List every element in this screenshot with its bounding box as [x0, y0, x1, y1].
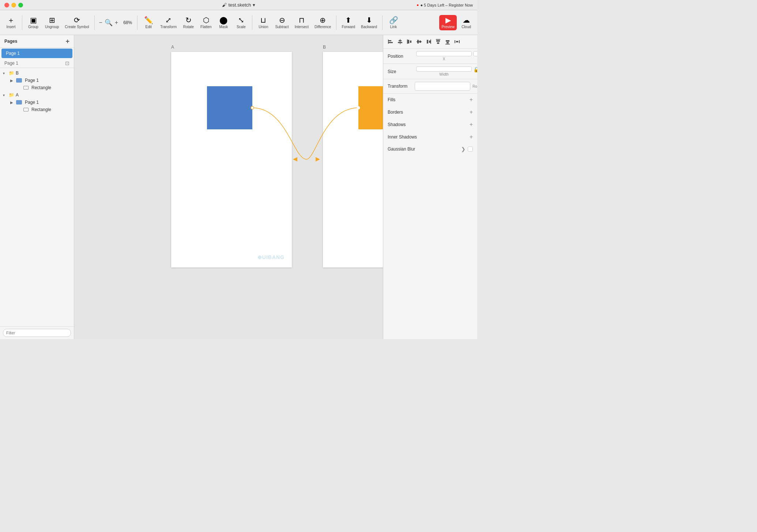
y-input-group: Y [473, 51, 477, 61]
insert-button[interactable]: ＋ Insert [3, 15, 19, 30]
union-button[interactable]: ⊔ Union [255, 15, 271, 30]
gaussian-blur-checkbox[interactable] [468, 147, 473, 152]
layer-b-page1[interactable]: ▶ Page 1 [7, 77, 74, 84]
layer-group-b[interactable]: ▾ 📁 B [0, 69, 74, 77]
blue-rectangle[interactable] [207, 86, 252, 129]
group-icon: ▣ [30, 16, 37, 24]
scale-label: Scale [237, 25, 246, 29]
x-label: X [443, 57, 445, 61]
union-label: Union [259, 25, 268, 29]
forward-button[interactable]: ⬆ Forward [339, 15, 357, 30]
distribute-h-button[interactable] [453, 37, 462, 46]
toolbar: ＋ Insert ▣ Group ⊞ Ungroup ⟳ Create Symb… [0, 10, 477, 35]
preview-button[interactable]: ▶ Preview [439, 15, 457, 30]
chevron-right-icon-a: ▶ [10, 100, 15, 104]
lock-icon[interactable]: 🔒 [473, 66, 477, 76]
x-input[interactable] [416, 51, 472, 56]
toolbar-divider-5 [336, 15, 336, 30]
page-preview-label: Page 1 [4, 61, 18, 66]
size-label: Size [388, 69, 413, 74]
title-chevron-icon[interactable]: ▾ [253, 2, 255, 8]
zoom-out-button[interactable]: − [98, 19, 104, 27]
layer-a-rect-label: Rectangle [31, 107, 51, 112]
toolbar-divider-2 [94, 15, 95, 30]
minimize-button[interactable] [11, 3, 16, 7]
zoom-in-button[interactable]: + [113, 19, 120, 27]
width-input[interactable] [416, 66, 472, 72]
preview-icon: ▶ [445, 16, 451, 24]
borders-add-icon[interactable]: + [470, 109, 473, 115]
window-title: 🖌 test.sketch ▾ [222, 2, 255, 8]
layer-a-page1[interactable]: ▶ Page 1 [7, 99, 74, 106]
backward-button[interactable]: ⬇ Backward [359, 15, 379, 30]
page-item-label: Page 1 [6, 51, 20, 56]
canvas-area[interactable]: A ⊕UIBANG B ⊕UIBANG [74, 35, 383, 339]
align-right-edge-icon [426, 39, 432, 45]
fills-add-icon[interactable]: + [470, 96, 473, 103]
fills-section-header[interactable]: Fills + [383, 94, 477, 106]
close-button[interactable] [4, 3, 9, 7]
orange-rectangle[interactable] [358, 86, 383, 129]
maximize-button[interactable] [18, 3, 23, 7]
page-item-page1[interactable]: Page 1 [1, 49, 72, 58]
mask-button[interactable]: ⬤ Mask [215, 15, 231, 30]
filename-label: test.sketch [228, 2, 251, 8]
borders-section-header[interactable]: Borders + [383, 106, 477, 118]
folder-icon [16, 78, 22, 83]
align-center-v-button[interactable] [415, 37, 423, 46]
preview-label: Preview [441, 25, 455, 29]
edit-icon: ✏️ [144, 16, 153, 24]
rotate-sublabel: Rotate [472, 84, 477, 88]
inner-shadows-add-icon[interactable]: + [470, 134, 473, 140]
fills-label: Fills [388, 97, 395, 102]
layer-a-rectangle[interactable]: Rectangle [15, 106, 74, 113]
svg-marker-0 [293, 157, 297, 162]
layer-b-rectangle[interactable]: Rectangle [15, 84, 74, 91]
group-button[interactable]: ▣ Group [25, 15, 41, 30]
align-right-edge-button[interactable] [424, 37, 433, 46]
layer-a-label: A [16, 92, 19, 98]
layer-group-a[interactable]: ▾ 📁 A [0, 91, 74, 99]
edit-button[interactable]: ✏️ Edit [140, 15, 157, 30]
link-label: Link [390, 25, 397, 29]
layer-a-page1-label: Page 1 [25, 100, 39, 105]
toolbar-divider-3 [137, 15, 138, 30]
gaussian-expand-icon[interactable]: ❯ [461, 146, 466, 152]
subtract-icon: ⊖ [279, 16, 285, 24]
add-page-button[interactable]: + [65, 38, 69, 45]
shadows-section-header[interactable]: Shadows + [383, 118, 477, 131]
align-bottom-edge-button[interactable] [443, 37, 452, 46]
filter-input[interactable] [3, 329, 71, 337]
trial-notice[interactable]: ● ● 5 Days Left – Register Now [417, 3, 473, 7]
zoom-level-label: 68% [121, 20, 134, 25]
align-center-h-button[interactable] [396, 37, 404, 46]
group-label: Group [28, 25, 38, 29]
create-symbol-icon: ⟳ [74, 16, 80, 24]
artboard-b-label: B [323, 45, 326, 50]
difference-button[interactable]: ⊕ Difference [312, 15, 333, 30]
y-input[interactable] [473, 51, 477, 56]
rotate-button[interactable]: ↻ Rotate [180, 15, 196, 30]
align-left-edge-button[interactable] [405, 37, 414, 46]
gaussian-blur-row: Gaussian Blur ❯ [383, 143, 477, 155]
distribute-h-icon [454, 39, 460, 45]
align-center-h-icon [397, 39, 403, 45]
inner-shadows-section-header[interactable]: Inner Shadows + [383, 131, 477, 143]
create-symbol-button[interactable]: ⟳ Create Symbol [63, 15, 91, 30]
intersect-button[interactable]: ⊓ Intersect [293, 15, 311, 30]
rotate-input[interactable] [415, 82, 470, 91]
shadows-add-icon[interactable]: + [470, 121, 473, 128]
align-top-edge-button[interactable] [434, 37, 442, 46]
subtract-button[interactable]: ⊖ Subtract [273, 15, 291, 30]
position-row: Position X Y [383, 49, 477, 64]
mask-icon: ⬤ [219, 16, 227, 24]
align-left-button[interactable] [386, 37, 395, 46]
flatten-button[interactable]: ⬡ Flatten [198, 15, 214, 30]
link-button[interactable]: 🔗 Link [385, 15, 402, 30]
ungroup-button[interactable]: ⊞ Ungroup [43, 15, 61, 30]
cloud-button[interactable]: ☁ Cloud [458, 15, 474, 30]
svg-rect-4 [388, 40, 391, 41]
svg-rect-10 [408, 40, 409, 43]
transform-button[interactable]: ⤢ Transform [158, 15, 179, 30]
scale-button[interactable]: ⤡ Scale [233, 15, 249, 30]
